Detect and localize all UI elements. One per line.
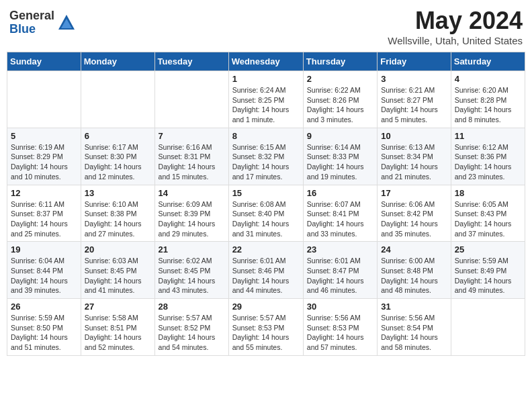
calendar-cell: 14Sunrise: 6:09 AMSunset: 8:39 PMDayligh… (154, 185, 228, 242)
day-number: 8 (232, 131, 300, 141)
calendar-cell: 13Sunrise: 6:10 AMSunset: 8:38 PMDayligh… (81, 185, 154, 242)
day-info: Sunrise: 6:01 AMSunset: 8:47 PMDaylight:… (307, 256, 373, 295)
calendar-cell: 6Sunrise: 6:17 AMSunset: 8:30 PMDaylight… (81, 128, 154, 185)
calendar-cell: 28Sunrise: 5:57 AMSunset: 8:52 PMDayligh… (154, 299, 228, 356)
calendar-cell: 24Sunrise: 6:00 AMSunset: 8:48 PMDayligh… (378, 242, 451, 299)
calendar-table: SundayMondayTuesdayWednesdayThursdayFrid… (7, 52, 525, 356)
day-info: Sunrise: 5:56 AMSunset: 8:54 PMDaylight:… (381, 313, 447, 353)
day-info: Sunrise: 6:06 AMSunset: 8:42 PMDaylight:… (381, 199, 447, 239)
weekday-header-wednesday: Wednesday (228, 52, 303, 71)
day-info: Sunrise: 6:07 AMSunset: 8:41 PMDaylight:… (307, 199, 373, 239)
weekday-header-tuesday: Tuesday (154, 52, 228, 71)
day-info: Sunrise: 6:01 AMSunset: 8:46 PMDaylight:… (232, 256, 300, 295)
day-info: Sunrise: 6:17 AMSunset: 8:30 PMDaylight:… (85, 142, 151, 182)
day-number: 17 (381, 188, 447, 198)
calendar-cell: 12Sunrise: 6:11 AMSunset: 8:37 PMDayligh… (7, 185, 81, 242)
day-number: 31 (381, 302, 447, 312)
calendar-cell: 7Sunrise: 6:16 AMSunset: 8:31 PMDaylight… (154, 128, 228, 185)
calendar-cell: 10Sunrise: 6:13 AMSunset: 8:34 PMDayligh… (378, 128, 451, 185)
calendar-cell: 19Sunrise: 6:04 AMSunset: 8:44 PMDayligh… (7, 242, 81, 299)
calendar-cell: 18Sunrise: 6:05 AMSunset: 8:43 PMDayligh… (451, 185, 525, 242)
calendar-cell: 31Sunrise: 5:56 AMSunset: 8:54 PMDayligh… (378, 299, 451, 356)
calendar-week-2: 5Sunrise: 6:19 AMSunset: 8:29 PMDaylight… (7, 128, 525, 185)
day-number: 20 (85, 244, 151, 255)
day-info: Sunrise: 5:56 AMSunset: 8:53 PMDaylight:… (307, 313, 373, 353)
day-number: 5 (11, 131, 77, 141)
day-number: 27 (85, 302, 151, 312)
weekday-header-thursday: Thursday (303, 52, 377, 71)
logo-icon (57, 13, 76, 32)
day-number: 19 (11, 244, 77, 255)
day-info: Sunrise: 6:21 AMSunset: 8:27 PMDaylight:… (381, 85, 447, 125)
calendar-cell: 2Sunrise: 6:22 AMSunset: 8:26 PMDaylight… (303, 71, 377, 128)
day-number: 1 (232, 74, 300, 84)
calendar-cell (154, 71, 228, 128)
day-info: Sunrise: 6:09 AMSunset: 8:39 PMDaylight:… (159, 199, 225, 239)
day-number: 11 (455, 131, 521, 141)
calendar-cell: 1Sunrise: 6:24 AMSunset: 8:25 PMDaylight… (228, 71, 303, 128)
calendar-cell: 9Sunrise: 6:14 AMSunset: 8:33 PMDaylight… (303, 128, 377, 185)
day-info: Sunrise: 6:10 AMSunset: 8:38 PMDaylight:… (85, 199, 151, 239)
day-info: Sunrise: 5:57 AMSunset: 8:53 PMDaylight:… (232, 313, 300, 353)
weekday-header-sunday: Sunday (7, 52, 81, 71)
month-title: May 2024 (388, 7, 523, 35)
day-info: Sunrise: 5:59 AMSunset: 8:50 PMDaylight:… (11, 313, 77, 353)
logo-blue: Blue (9, 23, 54, 36)
weekday-header-friday: Friday (378, 52, 451, 71)
day-number: 7 (159, 131, 225, 141)
calendar-cell (81, 71, 154, 128)
day-info: Sunrise: 6:20 AMSunset: 8:28 PMDaylight:… (455, 85, 521, 125)
location: Wellsville, Utah, United States (388, 35, 523, 46)
day-number: 21 (159, 244, 225, 255)
day-number: 28 (159, 302, 225, 312)
calendar-cell: 11Sunrise: 6:12 AMSunset: 8:36 PMDayligh… (451, 128, 525, 185)
calendar-cell: 4Sunrise: 6:20 AMSunset: 8:28 PMDaylight… (451, 71, 525, 128)
calendar-cell: 15Sunrise: 6:08 AMSunset: 8:40 PMDayligh… (228, 185, 303, 242)
day-info: Sunrise: 6:22 AMSunset: 8:26 PMDaylight:… (307, 85, 373, 125)
title-section: May 2024 Wellsville, Utah, United States (388, 7, 523, 46)
calendar-week-5: 26Sunrise: 5:59 AMSunset: 8:50 PMDayligh… (7, 299, 525, 356)
calendar-cell: 29Sunrise: 5:57 AMSunset: 8:53 PMDayligh… (228, 299, 303, 356)
calendar-cell: 5Sunrise: 6:19 AMSunset: 8:29 PMDaylight… (7, 128, 81, 185)
calendar-cell (451, 299, 525, 356)
day-info: Sunrise: 5:58 AMSunset: 8:51 PMDaylight:… (85, 313, 151, 353)
logo-text: General Blue (9, 9, 54, 36)
day-number: 3 (381, 74, 447, 84)
day-number: 22 (232, 244, 300, 255)
day-number: 14 (159, 188, 225, 198)
calendar-cell: 17Sunrise: 6:06 AMSunset: 8:42 PMDayligh… (378, 185, 451, 242)
day-info: Sunrise: 6:05 AMSunset: 8:43 PMDaylight:… (455, 199, 521, 239)
calendar-cell: 21Sunrise: 6:02 AMSunset: 8:45 PMDayligh… (154, 242, 228, 299)
calendar-cell: 27Sunrise: 5:58 AMSunset: 8:51 PMDayligh… (81, 299, 154, 356)
day-info: Sunrise: 6:08 AMSunset: 8:40 PMDaylight:… (232, 199, 300, 239)
calendar-header-row: SundayMondayTuesdayWednesdayThursdayFrid… (7, 52, 525, 71)
day-number: 23 (307, 244, 373, 255)
logo-general: General (9, 9, 54, 23)
day-number: 10 (381, 131, 447, 141)
weekday-header-monday: Monday (81, 52, 154, 71)
calendar-cell: 3Sunrise: 6:21 AMSunset: 8:27 PMDaylight… (378, 71, 451, 128)
day-number: 18 (455, 188, 521, 198)
day-info: Sunrise: 6:02 AMSunset: 8:45 PMDaylight:… (159, 256, 225, 295)
day-info: Sunrise: 6:13 AMSunset: 8:34 PMDaylight:… (381, 142, 447, 182)
day-number: 2 (307, 74, 373, 84)
day-number: 15 (232, 188, 300, 198)
day-info: Sunrise: 6:15 AMSunset: 8:32 PMDaylight:… (232, 142, 300, 182)
day-number: 16 (307, 188, 373, 198)
page-header: General Blue May 2024 Wellsville, Utah, … (7, 7, 525, 46)
day-number: 29 (232, 302, 300, 312)
calendar-cell: 22Sunrise: 6:01 AMSunset: 8:46 PMDayligh… (228, 242, 303, 299)
day-number: 6 (85, 131, 151, 141)
day-number: 26 (11, 302, 77, 312)
calendar-cell (7, 71, 81, 128)
day-number: 4 (455, 74, 521, 84)
day-info: Sunrise: 6:00 AMSunset: 8:48 PMDaylight:… (381, 256, 447, 295)
calendar-week-1: 1Sunrise: 6:24 AMSunset: 8:25 PMDaylight… (7, 71, 525, 128)
day-number: 25 (455, 244, 521, 255)
calendar-cell: 8Sunrise: 6:15 AMSunset: 8:32 PMDaylight… (228, 128, 303, 185)
day-info: Sunrise: 6:11 AMSunset: 8:37 PMDaylight:… (11, 199, 77, 239)
weekday-header-saturday: Saturday (451, 52, 525, 71)
day-number: 24 (381, 244, 447, 255)
day-info: Sunrise: 5:57 AMSunset: 8:52 PMDaylight:… (159, 313, 225, 353)
day-info: Sunrise: 6:24 AMSunset: 8:25 PMDaylight:… (232, 85, 300, 125)
